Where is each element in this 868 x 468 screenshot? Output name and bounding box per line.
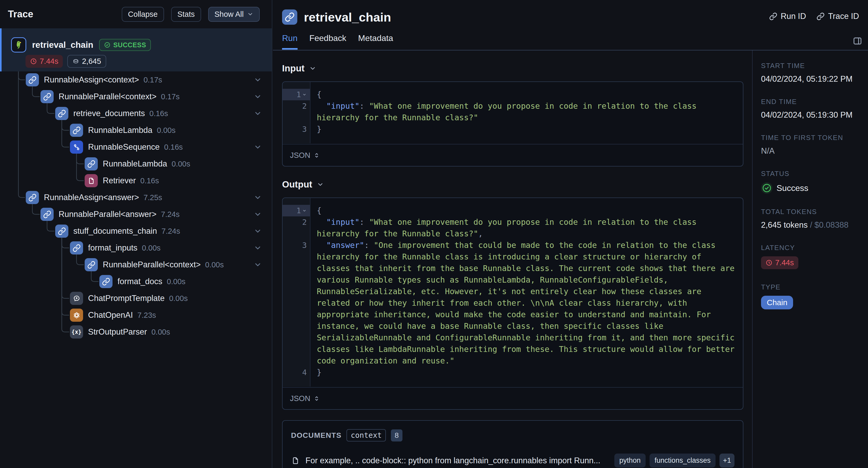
node-duration: 7.24s — [161, 227, 180, 236]
run-stats-sidebar: START TIME04/02/2024, 05:19:22 PMEND TIM… — [753, 51, 868, 468]
code-text: "input": "What one improvement do you pr… — [310, 216, 743, 239]
show-all-dropdown[interactable]: Show All — [208, 7, 260, 22]
node-duration: 0.00s — [151, 328, 170, 336]
trace-tree-row[interactable]: {x}StrOutputParser0.00s — [0, 324, 272, 340]
doc-tag: functions_classes — [650, 454, 716, 467]
collapse-button[interactable]: Collapse — [122, 7, 164, 22]
trace-tree-row[interactable]: format_docs0.00s — [0, 273, 272, 290]
trace-tree-row[interactable]: RunnableAssign<answer>7.25s — [0, 189, 272, 206]
node-name: RunnableParallel<context> — [59, 92, 156, 101]
field-label: TIME TO FIRST TOKEN — [761, 134, 863, 142]
chevron-down-icon[interactable] — [254, 93, 262, 101]
chevron-down-icon[interactable] — [254, 261, 262, 269]
line-number: 2 — [283, 100, 310, 112]
tab-bar: RunFeedbackMetadata — [282, 33, 393, 49]
node-name: ChatPromptTemplate — [88, 294, 164, 303]
collapse-button-label: Collapse — [128, 10, 158, 19]
node-duration: 0.16s — [141, 176, 159, 185]
chevron-down-icon[interactable] — [254, 210, 262, 219]
header-actions: Run ID Trace ID — [769, 11, 859, 21]
code-line: 2 "input": "What one improvement do you … — [283, 216, 743, 239]
input-section-heading[interactable]: Input — [282, 63, 752, 73]
code-line: 2 "input": "What one improvement do you … — [283, 100, 743, 124]
stats-button[interactable]: Stats — [171, 7, 201, 22]
status-badge: SUCCESS — [99, 39, 151, 51]
retriever-icon — [85, 174, 98, 187]
input-section: Input 1{2 "input": "What one improvement… — [282, 63, 752, 167]
documents-count-badge: 8 — [391, 429, 402, 441]
field-label: STATUS — [761, 170, 863, 178]
chevron-down-icon[interactable] — [254, 227, 262, 235]
trace-tree-row[interactable]: RunnableParallel<context>0.00s — [0, 256, 272, 273]
field-label: LATENCY — [761, 244, 863, 252]
chevron-down-icon[interactable] — [254, 244, 262, 252]
json-format-selector[interactable]: JSON — [283, 387, 743, 409]
output-section: Output 1{2 "input": "What one improvemen… — [282, 179, 752, 410]
node-duration: 0.16s — [164, 143, 183, 152]
context-key-badge[interactable]: context — [346, 429, 386, 441]
trace-tree-row[interactable]: stuff_documents_chain7.24s — [0, 223, 272, 239]
trace-tree-row[interactable]: RunnableLambda0.00s — [0, 122, 272, 139]
json-format-selector[interactable]: JSON — [283, 144, 743, 166]
main-header: retrieval_chain — [282, 9, 391, 25]
trace-tree-row[interactable]: RunnableParallel<answer>7.24s — [0, 206, 272, 223]
field-label: TYPE — [761, 283, 863, 291]
trace-tree-row[interactable]: retrieve_documents0.16s — [0, 105, 272, 122]
fold-chevron-icon[interactable] — [302, 92, 307, 97]
file-icon — [291, 456, 300, 465]
tab-run[interactable]: Run — [282, 33, 298, 49]
node-duration: 0.16s — [149, 109, 168, 118]
document-text: For example, .. code-block:: python from… — [306, 456, 600, 465]
show-all-label: Show All — [215, 10, 244, 19]
trace-tree-root[interactable]: retrieval_chain SUCCESS 7.44s 2,645 — [0, 28, 272, 71]
stat-field: LATENCY7.44s — [761, 244, 863, 269]
panel-toggle-icon — [852, 36, 863, 46]
trace-tree-row[interactable]: RunnableSequence0.16s — [0, 139, 272, 156]
node-duration: 0.00s — [157, 126, 176, 135]
document-row[interactable]: For example, .. code-block:: python from… — [291, 454, 735, 467]
chevron-down-icon[interactable] — [254, 76, 262, 84]
chevron-down-icon[interactable] — [254, 109, 262, 118]
code-line: 4} — [283, 367, 743, 378]
status-badge-label: SUCCESS — [113, 41, 146, 49]
stats-button-label: Stats — [178, 10, 195, 19]
field-label: END TIME — [761, 98, 863, 106]
trace-tree-row[interactable]: RunnableParallel<context>0.17s — [0, 88, 272, 105]
trace-panel: Trace Collapse Stats Show All retrieval_… — [0, 0, 272, 468]
tab-metadata[interactable]: Metadata — [358, 33, 393, 49]
fold-chevron-icon[interactable] — [302, 208, 307, 213]
stat-field: START TIME04/02/2024, 05:19:22 PM — [761, 62, 863, 84]
output-section-heading[interactable]: Output — [282, 179, 752, 190]
node-name: RunnableSequence — [88, 142, 160, 152]
node-name: RunnableAssign<context> — [44, 75, 139, 85]
trace-id-button[interactable]: Trace ID — [816, 11, 859, 21]
node-name: format_inputs — [88, 243, 137, 253]
trace-tree-row[interactable]: RunnableLambda0.00s — [0, 156, 272, 172]
cost-value: / $0.08388 — [810, 220, 848, 230]
page-title: retrieval_chain — [304, 10, 391, 25]
trace-tree-row[interactable]: format_inputs0.00s — [0, 239, 272, 256]
tab-feedback[interactable]: Feedback — [309, 33, 346, 49]
code-line: 3} — [283, 124, 743, 135]
input-heading-label: Input — [282, 63, 305, 73]
trace-tree-row[interactable]: RunnableAssign<context>0.17s — [0, 71, 272, 88]
trace-tree-row[interactable]: ChatOpenAI7.23s — [0, 307, 272, 324]
chain-icon — [85, 157, 98, 170]
node-duration: 7.25s — [144, 193, 162, 202]
trace-tree-row[interactable]: Retriever0.16s — [0, 172, 272, 189]
chevron-down-icon[interactable] — [254, 143, 262, 151]
code-text: { — [310, 89, 743, 100]
latency-badge-value: 7.44s — [40, 57, 58, 66]
trace-panel-header: Trace Collapse Stats Show All — [0, 0, 272, 28]
node-name: stuff_documents_chain — [73, 226, 157, 236]
stat-field: END TIME04/02/2024, 05:19:30 PM — [761, 98, 863, 120]
chain-icon — [26, 73, 39, 87]
trace-tree-row[interactable]: ChatPromptTemplate0.00s — [0, 290, 272, 307]
node-duration: 0.00s — [167, 277, 186, 286]
chevron-down-icon[interactable] — [254, 194, 262, 202]
total-tokens-value: 2,645 tokens / $0.08388 — [761, 220, 863, 230]
panel-toggle-button[interactable] — [852, 36, 863, 46]
code-text: { — [310, 205, 743, 216]
run-id-button[interactable]: Run ID — [769, 11, 806, 21]
stat-field: TOTAL TOKENS2,645 tokens / $0.08388 — [761, 208, 863, 230]
